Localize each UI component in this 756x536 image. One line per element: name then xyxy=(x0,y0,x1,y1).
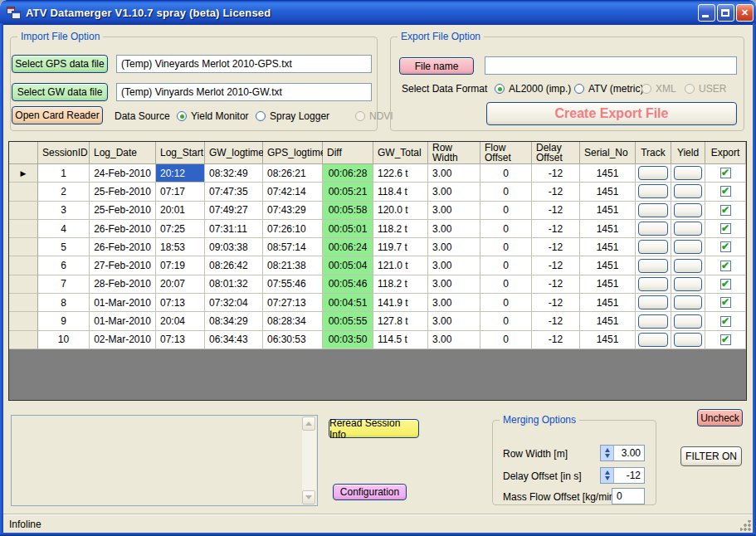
scroll-up-button[interactable] xyxy=(302,417,315,431)
grid-cell-row-width[interactable]: 3.00 xyxy=(428,183,480,201)
yield-button[interactable] xyxy=(674,184,702,198)
track-button[interactable] xyxy=(638,240,667,254)
grid-cell-flow-offset[interactable]: 0 xyxy=(480,183,532,201)
grid-cell[interactable]: ✔ xyxy=(705,294,746,312)
grid-cell-flow-offset[interactable]: 0 xyxy=(480,220,532,238)
grid-cell-serial-no[interactable]: 1451 xyxy=(580,331,636,349)
grid-cell-sessionid[interactable]: 2 xyxy=(38,183,90,201)
current-row-indicator[interactable]: ▶ xyxy=(9,164,38,183)
grid-cell-gw-logtime[interactable]: 08:32:49 xyxy=(205,164,263,183)
column-header-sessionid[interactable]: SessionID xyxy=(38,142,90,164)
grid-cell-log-start[interactable]: 07:19 xyxy=(156,256,205,275)
row-header-cell[interactable] xyxy=(9,312,38,330)
grid-cell-row-width[interactable]: 3.00 xyxy=(428,164,480,183)
listbox-scrollbar[interactable] xyxy=(302,417,316,504)
grid-cell-log-start[interactable]: 07:13 xyxy=(156,331,205,349)
export-checkbox[interactable]: ✔ xyxy=(720,205,731,216)
grid-cell[interactable] xyxy=(671,202,705,220)
export-checkbox[interactable]: ✔ xyxy=(720,279,731,290)
grid-cell-diff[interactable]: 00:06:28 xyxy=(323,164,373,183)
grid-cell-delay-offset[interactable]: -12 xyxy=(532,256,580,275)
grid-cell-diff[interactable]: 00:05:46 xyxy=(323,275,373,294)
grid-cell-gw-total[interactable]: 118.2 t xyxy=(373,275,428,294)
grid-cell-gps-logtime[interactable]: 07:43:29 xyxy=(263,202,323,220)
export-checkbox[interactable]: ✔ xyxy=(720,241,731,252)
grid-cell-sessionid[interactable]: 5 xyxy=(38,238,90,256)
grid-cell[interactable] xyxy=(636,331,671,349)
create-export-file-button[interactable]: Create Export File xyxy=(486,102,737,125)
grid-cell-diff[interactable]: 00:05:04 xyxy=(323,256,373,275)
grid-cell-gps-logtime[interactable]: 08:57:14 xyxy=(263,238,323,256)
track-button[interactable] xyxy=(638,222,667,236)
grid-cell[interactable]: ✔ xyxy=(705,164,746,183)
track-button[interactable] xyxy=(638,277,667,291)
grid-cell-row-width[interactable]: 3.00 xyxy=(428,202,480,220)
grid-cell-log-date[interactable]: 26-Feb-2010 xyxy=(90,220,156,238)
grid-cell-flow-offset[interactable]: 0 xyxy=(480,202,532,220)
grid-cell[interactable] xyxy=(671,331,705,349)
grid-cell-flow-offset[interactable]: 0 xyxy=(480,312,532,330)
grid-cell-flow-offset[interactable]: 0 xyxy=(480,331,532,349)
export-checkbox[interactable]: ✔ xyxy=(720,334,731,345)
grid-cell[interactable] xyxy=(636,275,671,294)
close-button[interactable]: ✕ xyxy=(736,4,754,22)
grid-cell-diff[interactable]: 00:03:50 xyxy=(323,331,373,349)
grid-cell-sessionid[interactable]: 10 xyxy=(38,331,90,349)
grid-cell-serial-no[interactable]: 1451 xyxy=(580,220,636,238)
column-header-row-width[interactable]: Row Width xyxy=(428,142,480,164)
export-checkbox[interactable]: ✔ xyxy=(720,186,731,197)
spinner-arrows-icon[interactable] xyxy=(601,446,614,460)
grid-cell-log-date[interactable]: 25-Feb-2010 xyxy=(90,183,156,201)
grid-cell-delay-offset[interactable]: -12 xyxy=(532,220,580,238)
grid-cell-gw-logtime[interactable]: 08:26:42 xyxy=(205,256,263,275)
grid-cell-delay-offset[interactable]: -12 xyxy=(532,164,580,183)
grid-cell-log-date[interactable]: 27-Feb-2010 xyxy=(90,256,156,275)
grid-cell-flow-offset[interactable]: 0 xyxy=(480,238,532,256)
grid-cell-delay-offset[interactable]: -12 xyxy=(532,275,580,294)
grid-cell-gw-logtime[interactable]: 09:03:38 xyxy=(205,238,263,256)
column-header-yield[interactable]: Yield xyxy=(671,142,705,164)
spinner-arrows-icon[interactable] xyxy=(601,468,614,483)
grid-cell-gw-total[interactable]: 120.0 t xyxy=(373,202,428,220)
title-bar[interactable]: ATV Datamerger V1.10.7 spray (beta) Lice… xyxy=(0,0,756,25)
radio-spray-logger[interactable]: Spray Logger xyxy=(256,110,329,122)
column-header-log-start[interactable]: Log_Start xyxy=(156,142,205,164)
grid-cell-log-date[interactable]: 01-Mar-2010 xyxy=(90,294,156,312)
grid-cell-log-start[interactable]: 20:12 xyxy=(156,164,205,183)
scroll-down-button[interactable] xyxy=(302,490,315,504)
column-header-serial-no[interactable]: Serial_No xyxy=(580,142,636,164)
column-header-gps-logtime[interactable]: GPS_logtime xyxy=(263,142,323,164)
grid-cell-flow-offset[interactable]: 0 xyxy=(480,275,532,294)
grid-cell-log-start[interactable]: 07:13 xyxy=(156,294,205,312)
grid-cell-diff[interactable]: 00:06:24 xyxy=(323,238,373,256)
grid-cell-log-start[interactable]: 20:07 xyxy=(156,275,205,294)
grid-cell-gw-total[interactable]: 121.0 t xyxy=(373,256,428,275)
grid-cell-diff[interactable]: 00:04:51 xyxy=(323,294,373,312)
grid-cell-delay-offset[interactable]: -12 xyxy=(532,202,580,220)
grid-cell[interactable]: ✔ xyxy=(705,331,746,349)
grid-cell-log-start[interactable]: 18:53 xyxy=(156,238,205,256)
yield-button[interactable] xyxy=(674,203,702,217)
gw-file-field[interactable]: (Temp) Vinyards Merlot 2010-GW.txt xyxy=(116,83,372,101)
grid-cell-row-width[interactable]: 3.00 xyxy=(428,256,480,275)
grid-cell-row-width[interactable]: 3.00 xyxy=(428,312,480,330)
row-header-cell[interactable] xyxy=(9,331,38,349)
grid-cell[interactable] xyxy=(671,164,705,183)
grid-cell-diff[interactable]: 00:05:01 xyxy=(323,220,373,238)
grid-cell-log-start[interactable]: 20:04 xyxy=(156,312,205,330)
column-header-track[interactable]: Track xyxy=(636,142,671,164)
grid-cell-serial-no[interactable]: 1451 xyxy=(580,256,636,275)
grid-cell-log-date[interactable]: 26-Feb-2010 xyxy=(90,238,156,256)
grid-cell-log-date[interactable]: 25-Feb-2010 xyxy=(90,202,156,220)
grid-cell-gps-logtime[interactable]: 08:28:34 xyxy=(263,312,323,330)
grid-cell-flow-offset[interactable]: 0 xyxy=(480,256,532,275)
row-header-cell[interactable] xyxy=(9,256,38,275)
grid-cell[interactable]: ✔ xyxy=(705,183,746,201)
grid-cell-gps-logtime[interactable]: 06:30:53 xyxy=(263,331,323,349)
grid-cell[interactable] xyxy=(671,183,705,201)
grid-cell-serial-no[interactable]: 1451 xyxy=(580,164,636,183)
radio-atv-metric[interactable]: ATV (metric) xyxy=(574,83,643,95)
grid-cell-flow-offset[interactable]: 0 xyxy=(480,164,532,183)
select-gps-file-button[interactable]: Select GPS data file xyxy=(12,55,108,73)
grid-cell-delay-offset[interactable]: -12 xyxy=(532,238,580,256)
